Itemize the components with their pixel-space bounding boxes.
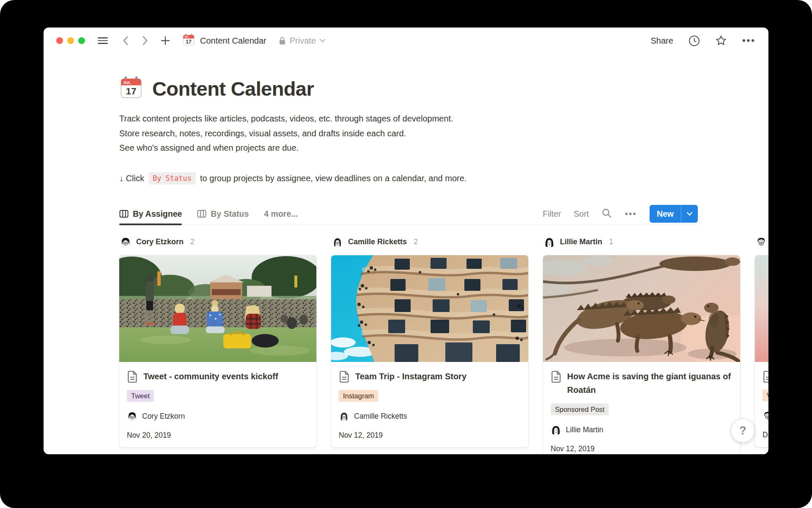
- card-cover-iguanas: [543, 255, 740, 362]
- page-icon: [763, 371, 768, 383]
- hint-lead: ↓ Click: [119, 174, 144, 183]
- column-name: Cory Etzkorn: [136, 237, 184, 246]
- assignee-name: Cory Etzkorn: [142, 412, 185, 421]
- due-date: Nov 20, 2019: [127, 431, 309, 440]
- window-toolbar: Content Calendar Private Share •••: [44, 28, 768, 54]
- zoom-window-button[interactable]: [78, 37, 85, 44]
- forward-icon[interactable]: [141, 36, 149, 46]
- avatar-cory-etzkorn: [127, 411, 137, 422]
- avatar-clipped-member: [763, 411, 768, 421]
- hint-line: ↓ Click By Status to group projects by a…: [119, 172, 698, 185]
- tag-video: Video: [763, 389, 768, 402]
- hint-tail: to group projects by assignee, view dead…: [200, 174, 466, 183]
- page-icon[interactable]: [119, 76, 143, 101]
- assignee-name: Lillie Martin: [566, 425, 604, 434]
- card-cover-festival-crowd: [119, 255, 316, 362]
- avatar-cory-etzkorn: [120, 237, 131, 248]
- page-header: Content Calendar Track content projects …: [44, 54, 768, 185]
- tab-by-status[interactable]: By Status: [197, 204, 249, 224]
- column-count: 2: [414, 237, 418, 246]
- close-window-button[interactable]: [56, 37, 63, 44]
- due-date: Nov 12, 2019: [551, 444, 732, 453]
- card-iguanas-roatan[interactable]: How Acme is saving the giant iguanas of …: [543, 255, 740, 455]
- card-title: Team Trip - Instagram Story: [355, 370, 466, 383]
- avatar-camille-ricketts: [332, 237, 343, 248]
- traffic-lights: [56, 37, 85, 44]
- more-options-icon[interactable]: •••: [742, 35, 756, 46]
- breadcrumb-page-title[interactable]: Content Calendar: [200, 36, 266, 46]
- tag-instagram: Instagram: [339, 390, 378, 402]
- sidebar-menu-icon[interactable]: [98, 37, 108, 44]
- assignee-name: Camille Ricketts: [354, 412, 407, 421]
- column-name: Camille Ricketts: [348, 237, 407, 246]
- card-cover-gradient: [755, 255, 768, 362]
- column-count: 1: [609, 237, 613, 246]
- filter-button[interactable]: Filter: [543, 209, 561, 219]
- board-column-cory-etzkorn: Cory Etzkorn 2: [119, 236, 316, 455]
- privacy-control[interactable]: Private: [278, 36, 326, 46]
- board-column-lillie-martin: Lillie Martin 1: [543, 236, 740, 455]
- favorite-star-icon[interactable]: [715, 35, 727, 47]
- tab-label: 4 more...: [264, 209, 298, 219]
- minimize-window-button[interactable]: [67, 37, 74, 44]
- board-view-icon: [197, 209, 206, 218]
- new-page-icon[interactable]: [160, 36, 170, 46]
- card-tweet-community-events[interactable]: Tweet - community events kickoff Tweet C…: [119, 255, 316, 448]
- column-name: Lillie Martin: [560, 237, 602, 246]
- new-button-group: New: [650, 205, 698, 223]
- board-view-icon: [119, 209, 129, 218]
- card-team-trip-instagram-story[interactable]: Team Trip - Instagram Story Instagram Ca…: [331, 255, 528, 448]
- description-line: See who's assigned and when projects are…: [119, 141, 698, 155]
- search-icon[interactable]: [601, 208, 612, 220]
- sort-button[interactable]: Sort: [574, 209, 589, 219]
- notion-window: Content Calendar Private Share •••: [44, 28, 768, 454]
- tab-label: By Assignee: [133, 209, 182, 219]
- page-icon: [339, 371, 350, 383]
- column-header[interactable]: Cory Etzkorn 2: [119, 236, 316, 248]
- page-icon: [127, 371, 138, 383]
- views-toolbar: By Assignee By Status 4 more... Filter S…: [119, 204, 698, 225]
- card-title: How Acme is saving the giant iguanas of …: [567, 370, 732, 397]
- assignee-row: [763, 411, 768, 421]
- view-controls: Filter Sort ••• New: [543, 205, 698, 223]
- new-dropdown-icon[interactable]: [681, 205, 698, 223]
- privacy-label: Private: [290, 36, 316, 46]
- updates-clock-icon[interactable]: [689, 35, 700, 47]
- avatar-lillie-martin: [551, 425, 561, 435]
- lock-icon: [278, 36, 286, 45]
- view-tabs: By Assignee By Status 4 more...: [119, 204, 298, 224]
- page-icon: [551, 371, 562, 383]
- view-options-icon[interactable]: •••: [625, 209, 637, 219]
- description-line: Store research, notes, recordings, visua…: [119, 126, 698, 141]
- share-button[interactable]: Share: [651, 36, 673, 46]
- description-line: Track content projects like articles, po…: [119, 111, 698, 126]
- assignee-row: Cory Etzkorn: [127, 411, 309, 422]
- column-header[interactable]: Camille Ricketts 2: [331, 236, 528, 248]
- avatar-lillie-martin: [544, 237, 555, 248]
- column-header[interactable]: [755, 236, 768, 248]
- page-title[interactable]: Content Calendar: [152, 77, 314, 100]
- card-title: Tweet - community events kickoff: [143, 370, 278, 383]
- column-header[interactable]: Lillie Martin 1: [543, 236, 740, 248]
- assignee-row: Lillie Martin: [551, 425, 732, 435]
- new-button[interactable]: New: [650, 205, 681, 223]
- tag-tweet: Tweet: [127, 390, 154, 402]
- card-clipped[interactable]: Video Dec: [755, 255, 768, 447]
- page-description: Track content projects like articles, po…: [119, 111, 698, 155]
- column-count: 2: [190, 237, 195, 246]
- assignee-row: Camille Ricketts: [339, 411, 521, 422]
- tab-more-views[interactable]: 4 more...: [264, 204, 298, 224]
- board-column-camille-ricketts: Camille Ricketts 2: [331, 236, 528, 455]
- tag-sponsored-post: Sponsored Post: [551, 403, 609, 416]
- board: Cory Etzkorn 2: [44, 236, 768, 455]
- board-column-clipped: Video Dec: [755, 236, 768, 455]
- screenshot-background: Content Calendar Private Share •••: [0, 0, 812, 508]
- due-date: Nov 12, 2019: [339, 431, 521, 440]
- back-icon[interactable]: [121, 36, 130, 46]
- help-button[interactable]: ?: [731, 419, 754, 442]
- tab-label: By Status: [211, 209, 249, 219]
- page-calendar-icon: [182, 33, 195, 48]
- hint-code-chip: By Status: [148, 172, 196, 185]
- tab-by-assignee[interactable]: By Assignee: [119, 204, 182, 224]
- avatar-clipped-member: [756, 237, 767, 248]
